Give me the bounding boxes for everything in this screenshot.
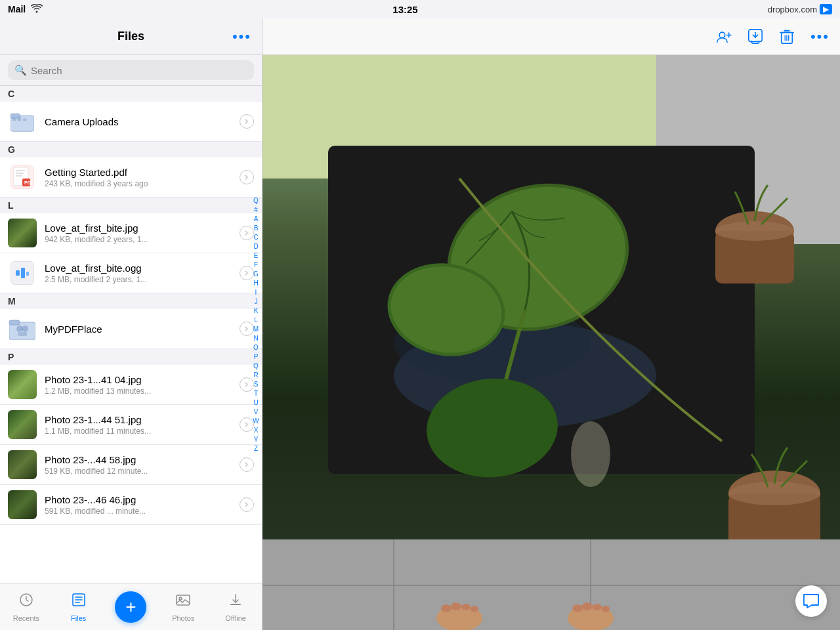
svg-rect-19 [18, 332, 27, 336]
add-user-button[interactable] [716, 29, 732, 45]
svg-point-55 [582, 602, 593, 610]
chat-button[interactable] [795, 585, 827, 617]
svg-point-57 [602, 606, 610, 612]
alpha-v[interactable]: V [254, 408, 259, 416]
list-item[interactable]: Photo 23-1...41 04.jpg 1.2 MB, modified … [0, 365, 262, 405]
folder-icon [8, 107, 37, 136]
alpha-m[interactable]: M [253, 325, 259, 333]
alpha-t[interactable]: T [254, 389, 258, 398]
svg-rect-5 [23, 119, 26, 121]
file-list: C Camera Uploads [0, 86, 262, 583]
alpha-o[interactable]: O [253, 343, 259, 352]
list-item[interactable]: MyPDFPlace [0, 309, 262, 349]
list-item[interactable]: Photo 23-...44 58.jpg 519 KB, modified 1… [0, 445, 262, 485]
file-info: Love_at_first_bite.ogg 2.5 MB, modified … [45, 262, 232, 284]
list-item[interactable]: Camera Uploads [0, 102, 262, 142]
recents-label: Recents [13, 614, 39, 622]
photo-scene [262, 55, 840, 630]
file-info: Photo 23-1...41 04.jpg 1.2 MB, modified … [45, 374, 232, 396]
alpha-s[interactable]: S [254, 380, 259, 388]
alpha-n[interactable]: N [253, 334, 258, 343]
files-icon [71, 592, 87, 612]
photos-label: Photos [172, 614, 194, 622]
list-item[interactable]: Photo 23-1...44 51.jpg 1.1 MB, modified … [0, 405, 262, 445]
alpha-i[interactable]: I [255, 288, 257, 297]
left-header: Files ••• [0, 18, 262, 55]
svg-rect-4 [18, 119, 21, 121]
list-item[interactable]: Love_at_first_bite.jpg 942 KB, modified … [0, 213, 262, 253]
add-button[interactable]: + [115, 591, 146, 623]
alpha-c[interactable]: C [253, 233, 258, 242]
alpha-j[interactable]: J [255, 297, 258, 306]
svg-point-54 [572, 604, 583, 612]
folder-icon [8, 314, 37, 343]
list-item[interactable]: Love_at_first_bite.ogg 2.5 MB, modified … [0, 253, 262, 293]
file-info: Love_at_first_bite.jpg 942 KB, modified … [45, 222, 232, 244]
svg-point-50 [441, 604, 452, 612]
svg-point-58 [571, 421, 610, 487]
alpha-z[interactable]: Z [254, 444, 258, 453]
image-file-icon [8, 219, 37, 247]
alpha-hash[interactable]: # [254, 205, 258, 214]
tab-add[interactable]: + [105, 591, 158, 623]
svg-point-51 [451, 602, 461, 610]
tab-files[interactable]: Files [52, 592, 105, 622]
search-input-wrap[interactable]: 🔍 [8, 60, 254, 80]
file-info: MyPDFPlace [45, 324, 232, 335]
photo-file-icon [8, 370, 37, 399]
photos-icon [175, 592, 191, 612]
svg-rect-3 [12, 119, 16, 121]
mail-label: Mail [8, 4, 26, 14]
file-info: Photo 23-...44 58.jpg 519 KB, modified 1… [45, 454, 232, 476]
file-meta: 243 KB, modified 3 years ago [45, 179, 232, 188]
alpha-k[interactable]: K [254, 306, 259, 315]
image-preview [262, 55, 840, 630]
alpha-h[interactable]: H [253, 279, 258, 287]
file-meta: 1.1 MB, modified 11 minutes... [45, 427, 232, 436]
alpha-a[interactable]: A [254, 215, 259, 223]
alpha-w[interactable]: W [253, 417, 259, 425]
file-info: Camera Uploads [45, 116, 232, 127]
alpha-d[interactable]: D [253, 242, 258, 251]
alpha-b[interactable]: B [254, 224, 259, 232]
status-time: 13:25 [392, 4, 417, 15]
section-header-g: G [0, 142, 262, 158]
download-button[interactable] [747, 29, 763, 45]
svg-rect-8 [16, 173, 24, 174]
tab-photos[interactable]: Photos [157, 592, 209, 622]
pdf-file-icon: PDF [8, 163, 37, 192]
offline-label: Offline [225, 614, 246, 622]
list-item[interactable]: PDF Getting Started.pdf 243 KB, modified… [0, 158, 262, 198]
photo-svg [262, 55, 840, 630]
file-name: Photo 23-1...41 04.jpg [45, 374, 232, 385]
more-options-button[interactable]: ••• [810, 28, 830, 45]
tab-bar: Recents Files + [0, 583, 262, 630]
alpha-f[interactable]: F [254, 261, 258, 269]
alpha-u[interactable]: U [253, 398, 258, 407]
more-button[interactable]: ••• [232, 28, 251, 45]
alpha-l[interactable]: L [254, 316, 258, 324]
right-panel: ••• [262, 18, 840, 630]
alpha-e[interactable]: E [254, 251, 259, 260]
files-label: Files [71, 614, 86, 622]
alpha-p[interactable]: P [254, 352, 259, 361]
file-meta: 1.2 MB, modified 13 minutes... [45, 387, 232, 396]
alpha-q2[interactable]: Q [253, 362, 259, 370]
svg-point-56 [593, 604, 602, 610]
tab-recents[interactable]: Recents [0, 592, 52, 622]
alpha-x[interactable]: X [254, 426, 259, 434]
photo-file-icon [8, 490, 37, 519]
alpha-r[interactable]: R [253, 371, 258, 379]
alpha-y[interactable]: Y [254, 435, 259, 444]
alpha-g[interactable]: G [253, 270, 259, 278]
svg-rect-16 [9, 320, 20, 325]
file-meta: 591 KB, modified ... minute... [45, 507, 232, 516]
trash-button[interactable] [779, 29, 795, 45]
left-panel: Files ••• 🔍 C [0, 18, 262, 630]
search-input[interactable] [31, 65, 247, 76]
alpha-q-active[interactable]: Q [253, 196, 259, 205]
panel-title: Files [117, 30, 144, 43]
list-item[interactable]: Photo 23-...46 46.jpg 591 KB, modified .… [0, 485, 262, 525]
status-bar: Mail 13:25 dropbox.com ▶ [0, 0, 840, 18]
file-name: Photo 23-1...44 51.jpg [45, 414, 232, 425]
